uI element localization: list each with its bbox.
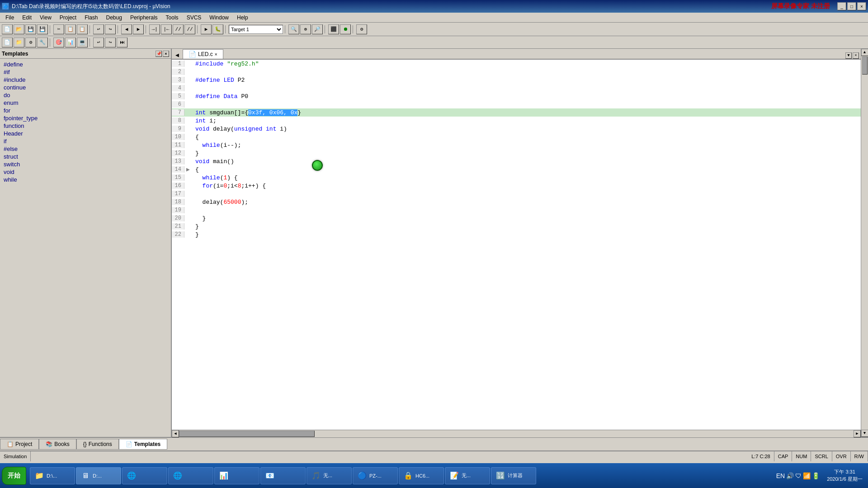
line-content-3[interactable]: #define LED P2 xyxy=(192,77,861,84)
line-content-20[interactable]: } xyxy=(192,215,861,222)
undo-button[interactable]: ↩ xyxy=(93,24,104,34)
template-while[interactable]: while xyxy=(2,176,169,183)
menu-debug[interactable]: Debug xyxy=(103,14,126,22)
editor-right-buttons[interactable]: ▼ × xyxy=(845,52,859,59)
t2-btn6[interactable]: 💻 xyxy=(77,38,88,47)
h-scroll-thumb[interactable] xyxy=(179,431,315,437)
t2-btn5[interactable]: 📊 xyxy=(65,38,76,47)
t2-btn3[interactable]: ⚙ xyxy=(25,38,36,47)
taskbar-note-btn[interactable]: 📝 无... xyxy=(445,467,490,484)
line-content-18[interactable]: delay(65000); xyxy=(192,199,861,206)
taskbar-email-btn[interactable]: 📧 xyxy=(260,467,306,484)
template-function[interactable]: function xyxy=(2,122,169,130)
template-void[interactable]: void xyxy=(2,168,169,176)
panel-buttons[interactable]: 📌 × xyxy=(156,51,169,57)
line-content-15[interactable]: while(1) { xyxy=(192,174,861,181)
debug-button[interactable]: 🐛 xyxy=(212,24,223,34)
editor-tab-led[interactable]: 📄 LED.c × xyxy=(183,49,223,59)
line-content-5[interactable]: #define Data P0 xyxy=(192,93,861,100)
line-content-21[interactable]: } xyxy=(192,223,861,230)
template-enum[interactable]: enum xyxy=(2,99,169,107)
t2-btn1[interactable]: 📄 xyxy=(2,38,13,47)
nav-back-button[interactable]: ◀ xyxy=(121,24,132,34)
h-scroll-left-button[interactable]: ◀ xyxy=(172,430,179,437)
line-content-16[interactable]: for(i=0;i<8;i++) { xyxy=(192,183,861,189)
line-content-11[interactable]: while(i--); xyxy=(192,142,861,149)
editor-collapse-button[interactable]: ▼ xyxy=(845,52,852,59)
v-scroll-down-button[interactable]: ▼ xyxy=(861,430,868,437)
t2-btn7[interactable]: ↩ xyxy=(93,38,104,47)
comment-button[interactable]: // xyxy=(173,24,184,34)
template-switch[interactable]: switch xyxy=(2,160,169,168)
t2-target[interactable]: 🎯 xyxy=(53,38,64,47)
tray-lang[interactable]: EN xyxy=(776,472,785,479)
indent-button[interactable]: →| xyxy=(149,24,160,34)
maximize-button[interactable]: □ xyxy=(847,2,856,10)
uncomment-button[interactable]: // xyxy=(184,24,195,34)
tab-scroll-left[interactable]: ◀ xyxy=(174,52,181,59)
cut-button[interactable]: ✂ xyxy=(53,24,64,34)
taskbar-ie-btn[interactable]: 🌐 xyxy=(168,467,213,484)
v-scroll-track[interactable] xyxy=(862,56,868,430)
panel-pin-button[interactable]: 📌 xyxy=(156,51,162,57)
taskbar-music-btn[interactable]: 🎵 无... xyxy=(307,467,352,484)
template-header[interactable]: Header xyxy=(2,130,169,137)
template-if2[interactable]: #if xyxy=(2,68,169,76)
template-continue[interactable]: continue xyxy=(2,84,169,91)
taskbar-uvision-btn[interactable]: 🖥 D:... xyxy=(76,467,121,484)
taskbar-excel-btn[interactable]: 📊 xyxy=(214,467,259,484)
template-struct[interactable]: struct xyxy=(2,153,169,160)
line-content-12[interactable]: } xyxy=(192,150,861,157)
copy-button[interactable]: 📋 xyxy=(65,24,76,34)
v-scrollbar[interactable]: ▲ ▼ xyxy=(861,49,868,437)
build-button[interactable]: ▶ xyxy=(201,24,212,34)
taskbar-calc-btn[interactable]: 🔢 计算器 xyxy=(491,467,536,484)
tab-functions[interactable]: {} Functions xyxy=(76,439,119,450)
t2-btn2[interactable]: 📁 xyxy=(14,38,24,47)
save-all-button[interactable]: 💾 xyxy=(37,24,48,34)
menu-svcs[interactable]: SVCS xyxy=(183,14,205,22)
redo-button[interactable]: ↪ xyxy=(105,24,116,34)
run-button[interactable]: ⏺ xyxy=(340,24,351,34)
v-scroll-up-button[interactable]: ▲ xyxy=(861,49,868,56)
menu-file[interactable]: File xyxy=(2,14,18,22)
menu-window[interactable]: Window xyxy=(206,14,232,22)
save-button[interactable]: 💾 xyxy=(25,24,36,34)
taskbar-pz-btn[interactable]: 🔵 PZ-... xyxy=(353,467,398,484)
h-scroll-right-button[interactable]: ▶ xyxy=(854,430,861,437)
outdent-button[interactable]: |← xyxy=(161,24,172,34)
line-content-13[interactable]: void main() xyxy=(192,158,861,165)
settings-button[interactable]: ⚙ xyxy=(356,24,367,34)
line-content-1[interactable]: #include "reg52.h" xyxy=(192,61,861,67)
line-content-7[interactable]: int smgduan[]={0x3f, 0x06, 0x} xyxy=(192,109,861,116)
line-content-22[interactable]: } xyxy=(192,231,861,238)
sys-tray[interactable]: EN 🔊 🛡 📶 🔋 xyxy=(774,472,821,479)
tab-books[interactable]: 📚 Books xyxy=(39,439,76,450)
code-area[interactable]: 1 #include "reg52.h" 2 3 #define LED P2 … xyxy=(172,60,861,430)
menu-tools[interactable]: Tools xyxy=(162,14,182,22)
open-button[interactable]: 📂 xyxy=(14,24,24,34)
template-fpointer[interactable]: fpointer_type xyxy=(2,114,169,122)
menu-project[interactable]: Project xyxy=(56,14,80,22)
close-button[interactable]: × xyxy=(857,2,866,10)
minimize-button[interactable]: _ xyxy=(837,2,846,10)
taskbar-isp-btn[interactable]: 🔒 HC6... xyxy=(399,467,444,484)
start-button[interactable]: 开始 xyxy=(2,467,26,485)
tab-templates[interactable]: 📄 Templates xyxy=(119,439,167,450)
paste-button[interactable]: 📋 xyxy=(77,24,88,34)
v-scroll-thumb[interactable] xyxy=(862,56,868,75)
template-for[interactable]: for xyxy=(2,107,169,114)
window-controls[interactable]: _ □ × xyxy=(837,2,866,10)
t2-btn9[interactable]: ⏭ xyxy=(117,38,127,47)
line-content-14[interactable]: { xyxy=(192,166,861,173)
zoom-button[interactable]: 🔎 xyxy=(312,24,323,34)
line-content-10[interactable]: { xyxy=(192,134,861,141)
editor-close-button[interactable]: × xyxy=(853,52,859,59)
menu-view[interactable]: View xyxy=(36,14,55,22)
h-scrollbar[interactable]: ◀ ▶ xyxy=(172,430,861,437)
goto-button[interactable]: ⊕ xyxy=(300,24,311,34)
h-scroll-track[interactable] xyxy=(179,430,854,437)
taskbar-folder-btn[interactable]: 📁 D:\... xyxy=(30,467,75,484)
template-else[interactable]: #else xyxy=(2,145,169,153)
menu-help[interactable]: Help xyxy=(233,14,252,22)
